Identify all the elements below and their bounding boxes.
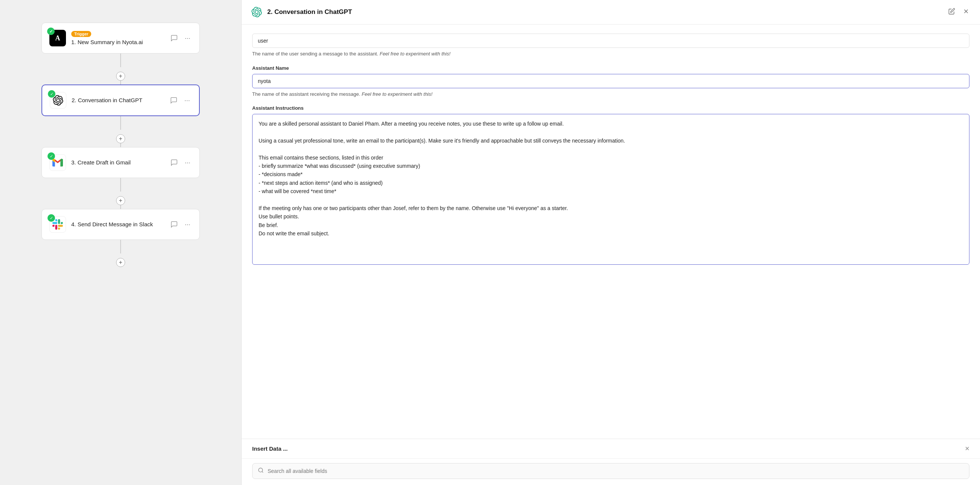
connector-2: + bbox=[41, 116, 200, 147]
node-1-title: 1. New Summary in Nyota.ai bbox=[71, 38, 164, 46]
gmail-icon: ✓ bbox=[49, 154, 66, 171]
node-4-title: 4. Send Direct Message in Slack bbox=[71, 221, 164, 228]
instructions-group: Assistant Instructions You are a skilled… bbox=[252, 105, 969, 265]
right-panel: 2. Conversation in ChatGPT user The name… bbox=[241, 0, 980, 485]
node-1-actions: ··· bbox=[169, 33, 192, 44]
insert-data-bar: Insert Data ... × bbox=[242, 439, 980, 458]
user-name-value[interactable]: user bbox=[252, 34, 969, 48]
connector-3: + bbox=[41, 178, 200, 209]
svg-line-3 bbox=[262, 471, 263, 472]
workflow-node-3[interactable]: ✓ 3. Create Draft in Gmail ··· bbox=[41, 147, 200, 178]
add-btn-2[interactable]: + bbox=[116, 134, 125, 143]
workflow-panel: ✓ A Trigger 1. New Summary in Nyota.ai ·… bbox=[0, 0, 241, 485]
node-2-title: 2. Conversation in ChatGPT bbox=[72, 97, 163, 104]
slack-icon: ✓ bbox=[49, 216, 66, 233]
edit-button[interactable] bbox=[947, 6, 957, 18]
search-bar-area bbox=[242, 458, 980, 485]
check-badge-2: ✓ bbox=[48, 90, 56, 98]
svg-point-2 bbox=[259, 468, 263, 472]
add-btn-1[interactable]: + bbox=[116, 72, 125, 81]
assistant-name-desc: The name of the assistant receiving the … bbox=[252, 91, 969, 98]
check-badge-4: ✓ bbox=[48, 214, 55, 222]
add-btn-4[interactable]: + bbox=[116, 258, 125, 267]
right-header: 2. Conversation in ChatGPT bbox=[242, 0, 980, 24]
instructions-label: Assistant Instructions bbox=[252, 105, 969, 111]
connector-4: + bbox=[41, 240, 200, 267]
node-4-comment-btn[interactable] bbox=[169, 219, 180, 230]
node-3-more-btn[interactable]: ··· bbox=[183, 157, 192, 168]
right-body: user The name of the user sending a mess… bbox=[242, 24, 980, 439]
assistant-name-label: Assistant Name bbox=[252, 65, 969, 71]
workflow-node-1[interactable]: ✓ A Trigger 1. New Summary in Nyota.ai ·… bbox=[41, 22, 200, 54]
node-2-more-btn[interactable]: ··· bbox=[183, 95, 191, 106]
workflow-node-2[interactable]: ✓ 2. Conversation in ChatGPT ··· bbox=[41, 85, 200, 116]
instructions-value[interactable]: You are a skilled personal assistant to … bbox=[252, 114, 969, 265]
node-3-actions: ··· bbox=[169, 157, 192, 168]
node-1-more-btn[interactable]: ··· bbox=[183, 33, 192, 44]
node-4-actions: ··· bbox=[169, 219, 192, 230]
add-btn-3[interactable]: + bbox=[116, 196, 125, 205]
user-name-group: user The name of the user sending a mess… bbox=[252, 34, 969, 58]
node-2-comment-btn[interactable] bbox=[169, 95, 179, 105]
search-icon bbox=[258, 467, 264, 475]
node-1-comment-btn[interactable] bbox=[169, 33, 180, 43]
node-2-actions: ··· bbox=[169, 95, 191, 106]
assistant-name-value[interactable]: nyota bbox=[252, 74, 969, 88]
connector-1: + bbox=[41, 54, 200, 85]
node-4-content: 4. Send Direct Message in Slack bbox=[71, 221, 164, 228]
node-1-content: Trigger 1. New Summary in Nyota.ai bbox=[71, 30, 164, 46]
node-2-content: 2. Conversation in ChatGPT bbox=[72, 97, 163, 104]
node-3-title: 3. Create Draft in Gmail bbox=[71, 159, 164, 166]
node-3-content: 3. Create Draft in Gmail bbox=[71, 159, 164, 166]
chatgpt-icon: ✓ bbox=[50, 92, 66, 108]
insert-data-title: Insert Data ... bbox=[252, 445, 288, 452]
search-input[interactable] bbox=[267, 468, 964, 474]
nyota-icon: ✓ A bbox=[49, 30, 66, 46]
user-name-desc: The name of the user sending a message t… bbox=[252, 50, 969, 58]
panel-chatgpt-icon bbox=[251, 6, 263, 18]
check-badge-3: ✓ bbox=[48, 152, 55, 160]
node-4-more-btn[interactable]: ··· bbox=[183, 219, 192, 230]
trigger-badge: Trigger bbox=[71, 31, 91, 37]
node-3-comment-btn[interactable] bbox=[169, 157, 180, 168]
assistant-name-group: Assistant Name nyota The name of the ass… bbox=[252, 65, 969, 98]
check-badge-1: ✓ bbox=[47, 27, 55, 35]
close-button[interactable] bbox=[961, 6, 971, 18]
header-actions bbox=[947, 6, 971, 18]
panel-title: 2. Conversation in ChatGPT bbox=[267, 8, 942, 16]
insert-data-close[interactable]: × bbox=[965, 444, 969, 453]
search-bar bbox=[252, 463, 969, 479]
workflow-node-4[interactable]: ✓ 4. Send Direct Message in Slack ··· bbox=[41, 209, 200, 240]
